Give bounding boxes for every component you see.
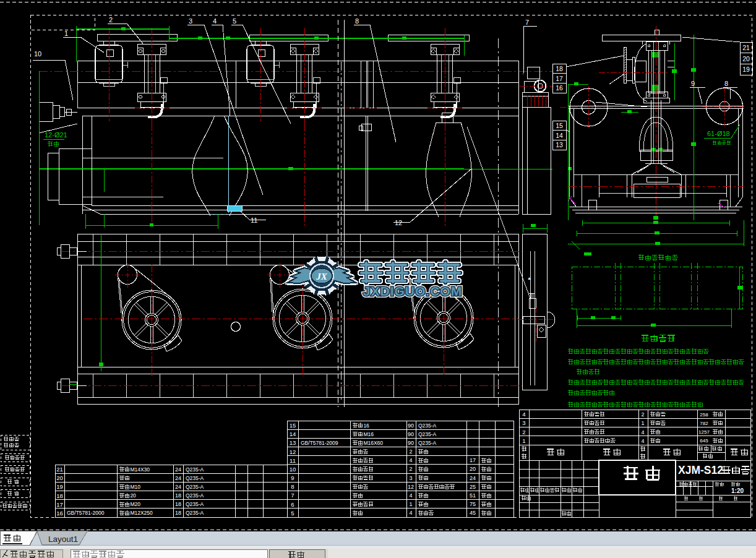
svg-text:4: 4 xyxy=(409,457,412,463)
svg-text:20: 20 xyxy=(470,466,476,472)
svg-text:16: 16 xyxy=(56,510,63,517)
svg-text:M12X250: M12X250 xyxy=(130,510,153,516)
svg-text:Q235-A: Q235-A xyxy=(418,431,437,437)
svg-text:12: 12 xyxy=(395,219,402,226)
svg-text:1: 1 xyxy=(641,420,644,426)
svg-text:15: 15 xyxy=(556,122,563,129)
svg-text:JX: JX xyxy=(316,272,328,281)
svg-text:61-Ø18: 61-Ø18 xyxy=(707,130,730,137)
svg-text:4: 4 xyxy=(213,17,217,25)
svg-text:18: 18 xyxy=(175,492,181,499)
svg-text:▲: ▲ xyxy=(527,276,531,280)
svg-text:18: 18 xyxy=(56,492,63,499)
svg-text:M16: M16 xyxy=(363,431,374,437)
svg-text:51: 51 xyxy=(470,492,476,499)
svg-text:Layout1: Layout1 xyxy=(48,534,78,544)
svg-text:11: 11 xyxy=(251,217,257,224)
svg-text:7: 7 xyxy=(291,492,294,499)
svg-text:8: 8 xyxy=(724,80,728,87)
svg-text:21: 21 xyxy=(742,44,750,51)
svg-text:1:20: 1:20 xyxy=(731,487,744,494)
svg-text:18: 18 xyxy=(556,65,563,72)
svg-text:12: 12 xyxy=(408,484,414,490)
svg-text:90: 90 xyxy=(408,423,414,429)
svg-text:24: 24 xyxy=(175,475,181,481)
svg-text:2: 2 xyxy=(409,449,412,455)
svg-text:4: 4 xyxy=(641,429,644,436)
svg-text:M14X30: M14X30 xyxy=(130,466,150,473)
svg-text:90: 90 xyxy=(408,431,414,437)
svg-text:1: 1 xyxy=(64,30,68,37)
svg-text:12-Ø21: 12-Ø21 xyxy=(45,131,67,139)
svg-text:21: 21 xyxy=(56,466,63,473)
svg-text:2: 2 xyxy=(109,16,113,24)
svg-text:15: 15 xyxy=(290,422,296,429)
svg-text:9: 9 xyxy=(291,474,294,481)
svg-text:6: 6 xyxy=(291,501,294,508)
svg-text:18: 18 xyxy=(175,510,181,516)
svg-text:25: 25 xyxy=(470,484,476,490)
svg-text:11: 11 xyxy=(290,457,296,464)
svg-text:Q235-A: Q235-A xyxy=(186,510,204,516)
svg-text:19: 19 xyxy=(742,66,750,73)
svg-text:JXDIGUO.COM: JXDIGUO.COM xyxy=(363,284,462,298)
svg-text:17: 17 xyxy=(56,501,63,508)
svg-text:XJM-S12: XJM-S12 xyxy=(678,464,723,476)
svg-text:5: 5 xyxy=(291,510,294,517)
svg-text:4: 4 xyxy=(641,438,644,444)
svg-text:9: 9 xyxy=(691,80,695,87)
svg-text:782: 782 xyxy=(700,421,708,426)
svg-text:1: 1 xyxy=(409,501,412,507)
svg-text:2: 2 xyxy=(641,411,644,418)
svg-text:Q235-A: Q235-A xyxy=(418,423,437,429)
svg-text:17: 17 xyxy=(470,457,476,463)
svg-text:13: 13 xyxy=(290,439,296,446)
svg-text:4: 4 xyxy=(522,411,525,418)
svg-text:20: 20 xyxy=(742,55,750,62)
svg-text:16: 16 xyxy=(556,84,563,92)
svg-text:16: 16 xyxy=(363,423,369,429)
svg-text:4: 4 xyxy=(409,492,412,499)
svg-text:Q235-A: Q235-A xyxy=(186,492,204,499)
svg-text:12: 12 xyxy=(290,449,296,455)
svg-text:3: 3 xyxy=(522,419,525,426)
svg-text:GB/T5781-2009: GB/T5781-2009 xyxy=(301,440,338,446)
svg-text:17: 17 xyxy=(556,75,563,82)
svg-text:8: 8 xyxy=(291,483,294,490)
svg-text:24: 24 xyxy=(470,475,476,481)
svg-text:Q235-A: Q235-A xyxy=(186,466,204,473)
svg-text:14: 14 xyxy=(556,132,563,139)
svg-text:18: 18 xyxy=(175,501,181,507)
svg-text:GB/T5781-2000: GB/T5781-2000 xyxy=(67,510,105,516)
svg-text:4: 4 xyxy=(409,510,412,516)
svg-text:90: 90 xyxy=(408,440,414,446)
svg-text:19: 19 xyxy=(56,483,63,490)
svg-text:Q235-A: Q235-A xyxy=(418,440,437,446)
svg-text:10: 10 xyxy=(34,50,41,58)
svg-text:3: 3 xyxy=(409,475,412,481)
svg-text:Q235-A: Q235-A xyxy=(186,484,204,490)
svg-text:5: 5 xyxy=(233,17,236,25)
svg-text:2: 2 xyxy=(522,429,525,436)
svg-text:M20: M20 xyxy=(130,501,140,507)
svg-text:14: 14 xyxy=(290,431,296,437)
svg-text:645: 645 xyxy=(700,438,708,444)
svg-text:M10: M10 xyxy=(130,484,140,490)
svg-text:24: 24 xyxy=(175,466,181,473)
svg-text:Q235-A: Q235-A xyxy=(186,475,204,481)
svg-text:1: 1 xyxy=(522,437,525,444)
svg-text:7: 7 xyxy=(525,19,529,26)
svg-text:20: 20 xyxy=(56,474,63,481)
svg-text:75: 75 xyxy=(470,501,476,507)
svg-text:24: 24 xyxy=(175,484,181,490)
svg-text:8: 8 xyxy=(355,17,359,25)
svg-text:3: 3 xyxy=(189,17,192,25)
svg-text:13: 13 xyxy=(556,141,563,148)
svg-text:45: 45 xyxy=(470,510,476,516)
svg-text:10: 10 xyxy=(290,466,296,473)
svg-text:20: 20 xyxy=(130,492,136,499)
svg-text:1257: 1257 xyxy=(698,429,710,435)
svg-text:Q235-A: Q235-A xyxy=(186,501,204,507)
svg-text:258: 258 xyxy=(700,412,708,418)
svg-text:M16X60: M16X60 xyxy=(363,440,383,446)
